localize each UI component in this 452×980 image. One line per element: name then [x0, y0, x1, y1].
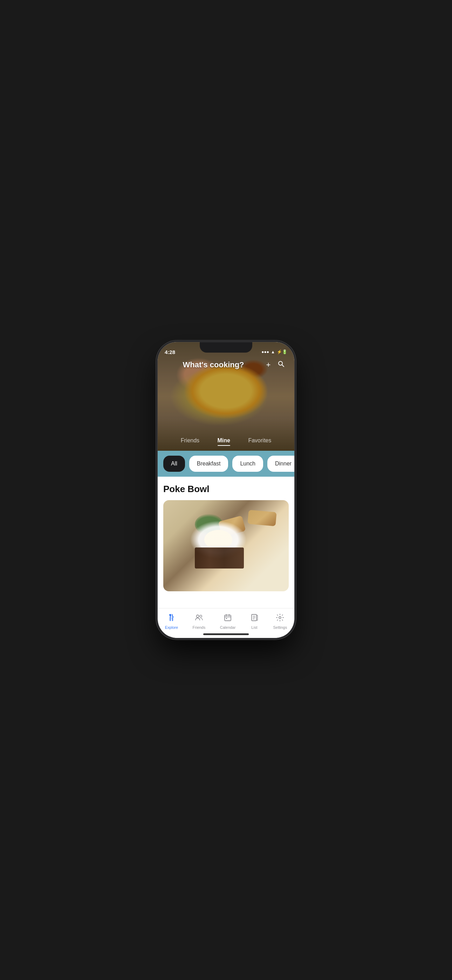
svg-line-1: [282, 365, 284, 367]
poke-bowl-meat: [195, 547, 244, 568]
phone-frame: 4:28 ●●● ▲ ⚡🔋 What's cooking? +: [158, 342, 294, 638]
app-header: What's cooking? +: [158, 358, 294, 372]
poke-bowl-roll-2: [248, 510, 277, 527]
battery-icon: ⚡🔋: [277, 350, 287, 354]
header-title: What's cooking?: [165, 360, 262, 369]
tab-mine[interactable]: Mine: [218, 438, 230, 446]
nav-explore[interactable]: Explore: [159, 612, 184, 631]
tab-friends[interactable]: Friends: [181, 438, 199, 446]
list-label: List: [251, 625, 257, 630]
signal-icon: ●●●: [261, 350, 269, 354]
category-dinner[interactable]: Dinner: [267, 456, 294, 472]
category-lunch[interactable]: Lunch: [232, 456, 263, 472]
list-icon: [250, 613, 259, 624]
nav-settings[interactable]: Settings: [267, 612, 293, 631]
explore-icon: [167, 613, 175, 624]
home-indicator: [203, 633, 249, 635]
screen: 4:28 ●●● ▲ ⚡🔋 What's cooking? +: [158, 342, 294, 638]
friends-icon: [195, 613, 203, 624]
category-all[interactable]: All: [163, 456, 185, 472]
category-breakfast[interactable]: Breakfast: [189, 456, 228, 472]
content-area: Poke Bowl: [158, 477, 294, 608]
friends-label: Friends: [193, 625, 206, 630]
recipe-title: Poke Bowl: [163, 484, 289, 495]
svg-rect-8: [224, 615, 231, 621]
notch: [200, 342, 252, 353]
add-button[interactable]: +: [262, 360, 275, 369]
svg-rect-12: [226, 618, 227, 619]
calendar-icon: [224, 613, 232, 624]
explore-label: Explore: [165, 625, 178, 630]
nav-calendar[interactable]: Calendar: [215, 612, 242, 631]
status-time: 4:28: [165, 349, 175, 355]
tab-favorites[interactable]: Favorites: [248, 438, 271, 446]
wifi-icon: ▲: [271, 350, 275, 354]
calendar-label: Calendar: [220, 625, 236, 630]
recipe-image[interactable]: [163, 500, 289, 591]
svg-point-17: [279, 617, 281, 619]
svg-point-6: [196, 615, 199, 617]
settings-icon: [276, 613, 284, 624]
category-row: All Breakfast Lunch Dinner Sn...: [158, 451, 294, 477]
hero-tabs: Friends Mine Favorites: [158, 434, 294, 451]
svg-point-7: [200, 615, 202, 617]
hero-section: 4:28 ●●● ▲ ⚡🔋 What's cooking? +: [158, 342, 294, 451]
nav-friends[interactable]: Friends: [187, 612, 211, 631]
settings-label: Settings: [273, 625, 287, 630]
screen-layout: 4:28 ●●● ▲ ⚡🔋 What's cooking? +: [158, 342, 294, 638]
status-icons: ●●● ▲ ⚡🔋: [261, 350, 287, 354]
nav-list[interactable]: List: [245, 612, 264, 631]
search-button[interactable]: [275, 360, 287, 369]
